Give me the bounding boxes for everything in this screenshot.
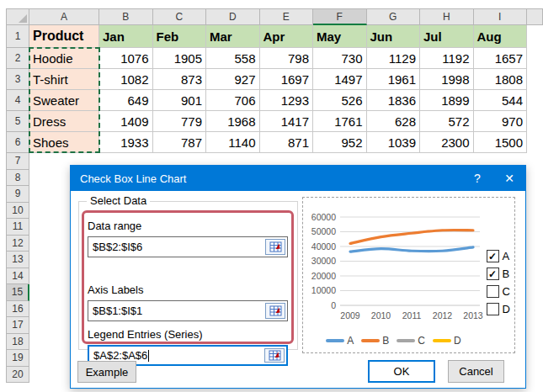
row-header-3[interactable]: 3: [6, 69, 29, 90]
cell-month-Feb[interactable]: Feb: [153, 25, 207, 48]
cell-value[interactable]: 873: [153, 69, 207, 90]
cell-value[interactable]: 572: [420, 111, 474, 132]
row-header-1[interactable]: 1: [6, 25, 29, 48]
row-header-16[interactable]: 16: [6, 301, 29, 318]
cell-value[interactable]: 706: [206, 90, 260, 111]
ok-button[interactable]: OK: [368, 360, 435, 383]
example-button[interactable]: Example: [77, 361, 136, 383]
cell-value[interactable]: 1761: [313, 111, 367, 132]
row-header-20[interactable]: 20: [6, 367, 29, 384]
row-header-10[interactable]: 10: [6, 203, 29, 220]
cell-month-Aug[interactable]: Aug: [474, 25, 528, 48]
row-header-4[interactable]: 4: [6, 90, 29, 111]
cell-t-shirt[interactable]: T-shirt: [29, 69, 99, 90]
column-header-partial[interactable]: [527, 8, 543, 25]
cell-value[interactable]: 1998: [420, 69, 474, 90]
row-header-15[interactable]: 15: [6, 284, 29, 301]
cell-value[interactable]: 927: [206, 69, 260, 90]
cell-month-Mar[interactable]: Mar: [206, 25, 260, 48]
help-button[interactable]: ?: [461, 166, 493, 191]
range-picker-button[interactable]: [265, 303, 285, 319]
cell-value[interactable]: 558: [206, 48, 260, 69]
cell-value[interactable]: 1082: [99, 69, 153, 90]
cell-hoodie[interactable]: Hoodie: [29, 48, 99, 69]
row-header-12[interactable]: 12: [6, 236, 29, 252]
cell-value[interactable]: 2300: [420, 132, 474, 153]
row-header-14[interactable]: 14: [6, 268, 29, 285]
cell-value[interactable]: 1140: [206, 132, 260, 153]
cell-value[interactable]: 1968: [206, 111, 260, 132]
cell-value[interactable]: 649: [99, 90, 153, 111]
cell-month-Jan[interactable]: Jan: [99, 25, 153, 48]
axis-labels-input[interactable]: $B$1:$I$1: [88, 300, 288, 321]
column-header-F[interactable]: F: [313, 8, 367, 25]
cell-value[interactable]: 1192: [420, 48, 474, 69]
cell-month-Jul[interactable]: Jul: [420, 25, 474, 48]
cell-value[interactable]: 798: [260, 48, 314, 69]
column-header-C[interactable]: C: [153, 8, 207, 25]
cell-month-Apr[interactable]: Apr: [260, 25, 314, 48]
cell-shoes[interactable]: Shoes: [29, 132, 99, 153]
cell-product-header[interactable]: Product: [29, 25, 99, 48]
checkbox-C[interactable]: [487, 285, 499, 298]
column-header-G[interactable]: G: [367, 8, 421, 25]
cell-value[interactable]: 1076: [99, 48, 153, 69]
cell-value[interactable]: 1039: [367, 132, 421, 153]
select-all-corner[interactable]: [6, 8, 29, 25]
column-header-H[interactable]: H: [420, 8, 474, 25]
cell-dress[interactable]: Dress: [29, 111, 99, 132]
column-header-A[interactable]: A: [29, 8, 99, 25]
cell-value[interactable]: 1905: [153, 48, 207, 69]
data-range-input[interactable]: $B$2:$I$6: [88, 236, 288, 257]
cell-value[interactable]: 1697: [260, 69, 314, 90]
row-header-5[interactable]: 5: [6, 111, 29, 132]
cell-value[interactable]: 628: [367, 111, 421, 132]
cell-value[interactable]: 1417: [260, 111, 314, 132]
close-button[interactable]: ✕: [493, 166, 525, 191]
cell-value[interactable]: 1500: [474, 132, 528, 153]
cell-value[interactable]: 1961: [367, 69, 421, 90]
cell-value[interactable]: 1836: [367, 90, 421, 111]
cell-value[interactable]: 1899: [420, 90, 474, 111]
cell-value[interactable]: 952: [313, 132, 367, 153]
cell-value[interactable]: 544: [474, 90, 528, 111]
row-header-2[interactable]: 2: [6, 48, 29, 69]
row-header-8[interactable]: 8: [6, 170, 29, 187]
cell-value[interactable]: 1497: [313, 69, 367, 90]
cell-value[interactable]: 1808: [474, 69, 528, 90]
cell-value[interactable]: 787: [153, 132, 207, 153]
cell-value[interactable]: 779: [153, 111, 207, 132]
cancel-button[interactable]: Cancel: [448, 360, 504, 383]
cell-month-May[interactable]: May: [313, 25, 367, 48]
range-picker-button[interactable]: [265, 239, 285, 255]
cell-value[interactable]: 730: [313, 48, 367, 69]
column-header-D[interactable]: D: [206, 8, 260, 25]
cell-value[interactable]: 1293: [260, 90, 314, 111]
checkbox-A[interactable]: ✓: [487, 250, 499, 262]
row-header-13[interactable]: 13: [6, 252, 29, 268]
row-header-6[interactable]: 6: [6, 132, 29, 153]
row-header-19[interactable]: 19: [6, 350, 29, 367]
range-picker-button[interactable]: [264, 348, 285, 363]
column-header-B[interactable]: B: [99, 8, 153, 25]
cell-value[interactable]: 1129: [367, 48, 421, 69]
cell-sweater[interactable]: Sweater: [29, 90, 99, 111]
dialog-titlebar[interactable]: Check Box Line Chart ? ✕: [71, 166, 525, 191]
row-header-11[interactable]: 11: [6, 219, 29, 236]
cell-value[interactable]: 526: [313, 90, 367, 111]
column-header-I[interactable]: I: [474, 8, 528, 25]
cell-value[interactable]: 1933: [99, 132, 153, 153]
cell-value[interactable]: 1657: [474, 48, 528, 69]
checkbox-D[interactable]: [487, 303, 499, 315]
checkbox-B[interactable]: ✓: [487, 268, 499, 280]
column-header-E[interactable]: E: [260, 8, 314, 25]
cell-value[interactable]: 871: [260, 132, 314, 153]
cell-value[interactable]: 1409: [99, 111, 153, 132]
row-header-9[interactable]: 9: [6, 186, 29, 203]
cell-value[interactable]: 901: [153, 90, 207, 111]
cell-month-Jun[interactable]: Jun: [367, 25, 421, 48]
row-header-7[interactable]: 7: [6, 153, 29, 170]
row-header-18[interactable]: 18: [6, 334, 29, 351]
row-header-17[interactable]: 17: [6, 317, 29, 334]
cell-value[interactable]: 970: [474, 111, 528, 132]
